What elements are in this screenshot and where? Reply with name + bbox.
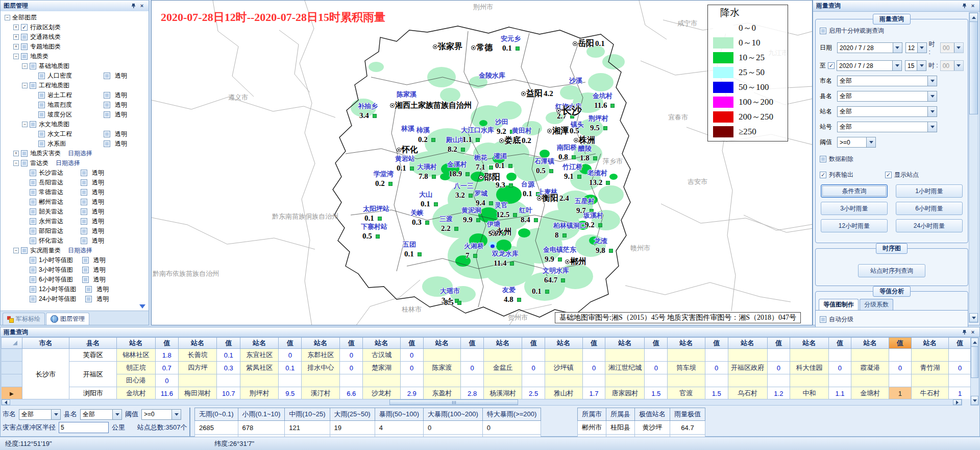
iso-tab-1[interactable]: 分级系数 <box>860 299 893 310</box>
table-row[interactable]: ▶浏阳市金坑村11.6梅田湖村10.7荆坪村9.5溪汀村6.6沙龙村2.9东盈村… <box>2 387 971 399</box>
transparent-checkbox[interactable] <box>81 189 87 196</box>
query-button-1[interactable]: 1小时雨量 <box>896 184 963 198</box>
cell-station-name[interactable]: 科大佳园 <box>790 362 828 374</box>
column-header-value[interactable]: 值 <box>340 338 363 349</box>
transparent-checkbox[interactable] <box>82 276 89 283</box>
layer-tree-item[interactable]: 常德雷达透明 <box>1 187 149 197</box>
cell-station-name[interactable]: 楚家湖 <box>363 362 401 374</box>
cell-station-value[interactable] <box>645 349 668 362</box>
cell-station-name[interactable]: 沙坪镇 <box>545 362 583 374</box>
cell-station-value[interactable]: 1.5 <box>705 387 728 399</box>
layer-checkbox[interactable] <box>30 238 36 244</box>
row-selector[interactable] <box>2 374 22 387</box>
cell-station-name[interactable]: 锦林社区 <box>117 349 155 362</box>
column-header-value[interactable]: 值 <box>522 338 545 349</box>
layer-tree-item[interactable]: 水系面透明 <box>1 139 149 149</box>
table-scroll-down[interactable] <box>971 396 978 405</box>
cell-station-value[interactable] <box>582 374 605 387</box>
cell-station-value[interactable]: 0.3 <box>217 362 240 374</box>
layer-checkbox[interactable] <box>21 24 28 31</box>
column-header-value[interactable]: 值 <box>645 338 668 349</box>
cell-station-value[interactable]: 0 <box>400 362 423 374</box>
cell-station-name[interactable] <box>728 349 767 362</box>
table-row[interactable]: 开福区朝正垸0.7四方坪0.3紫凤社区0.1排水中心0楚家湖0陈家渡0金盆丘0沙… <box>2 362 971 374</box>
station-timeseries-button[interactable]: 站点时序列查询 <box>858 264 925 277</box>
scroll-down-arrow[interactable] <box>969 313 978 322</box>
cell-station-value[interactable]: 11.6 <box>155 387 179 399</box>
cell-station-name[interactable] <box>363 374 401 387</box>
cell-station-value[interactable]: 10.7 <box>217 387 240 399</box>
transparent-checkbox[interactable] <box>104 92 110 99</box>
cell-station-name[interactable]: 乌石村 <box>728 387 767 399</box>
cell-station-name[interactable] <box>240 374 279 387</box>
cell-station-name[interactable] <box>483 374 522 387</box>
cell-station-value[interactable]: 2.9 <box>400 387 423 399</box>
cell-station-value[interactable] <box>949 374 971 387</box>
cell-station-name[interactable]: 长善垸 <box>179 349 217 362</box>
cell-station-name[interactable]: 陈家渡 <box>423 362 461 374</box>
cell-station-name[interactable]: 金盆丘 <box>483 362 522 374</box>
cell-station-value[interactable]: 0 <box>279 349 302 362</box>
layer-tree-item[interactable]: −雷达类日期选择 <box>1 158 149 168</box>
cell-station-value[interactable] <box>705 349 728 362</box>
column-header-value[interactable]: 值 <box>828 338 851 349</box>
cell-station-value[interactable] <box>767 349 790 362</box>
collapse-icon[interactable]: − <box>22 122 28 127</box>
tree-scroll-down-arrow[interactable] <box>139 304 145 309</box>
cell-station-name[interactable] <box>668 374 705 387</box>
layer-checkbox[interactable] <box>30 296 36 302</box>
city-combo[interactable]: 全部 <box>837 76 937 86</box>
layer-tree-item[interactable]: +地质灾害类日期选择 <box>1 149 149 158</box>
minute-from-combo[interactable]: 00 <box>940 42 964 53</box>
date-select-link[interactable]: 日期选择 <box>68 246 92 255</box>
column-header-value[interactable]: 值 <box>705 338 728 349</box>
column-header-value[interactable]: 值 <box>400 338 423 349</box>
column-header-station[interactable]: 站名 <box>117 338 155 349</box>
tab-military-plot[interactable]: 军标标绘 <box>3 313 45 325</box>
cell-station-name[interactable]: 金坑村 <box>117 387 155 399</box>
tab-layer-manager[interactable]: 图层管理 <box>46 313 89 325</box>
cell-station-name[interactable]: 朝正垸 <box>117 362 155 374</box>
layer-tree-item[interactable]: 24小时等值图透明 <box>1 294 149 304</box>
transparent-checkbox[interactable] <box>81 179 87 186</box>
expand-icon[interactable]: + <box>13 34 19 40</box>
cell-station-name[interactable]: 开福区政府 <box>728 362 767 374</box>
column-header-value[interactable]: 值 <box>582 338 605 349</box>
cell-station-value[interactable]: 1.5 <box>645 387 668 399</box>
cell-station-name[interactable]: 雅山村 <box>545 387 583 399</box>
collapse-icon[interactable]: − <box>13 248 19 253</box>
collapse-icon[interactable]: − <box>5 15 10 20</box>
column-header-value[interactable]: 值 <box>217 338 240 349</box>
cell-station-name[interactable] <box>423 374 461 387</box>
cell-station-value[interactable] <box>645 374 668 387</box>
transparent-checkbox[interactable] <box>82 257 89 264</box>
table-vscrollbar[interactable] <box>970 337 979 406</box>
layer-tree-item[interactable]: +行政区划类 <box>1 22 149 32</box>
layer-tree-item[interactable]: 6小时等值图透明 <box>1 275 149 285</box>
cell-station-name[interactable] <box>545 374 583 387</box>
layer-checkbox[interactable] <box>38 140 45 147</box>
close-icon[interactable]: × <box>969 328 976 336</box>
cell-station-name[interactable]: 杨溪湖村 <box>483 387 522 399</box>
cell-station-name[interactable]: 荆坪村 <box>240 387 279 399</box>
cell-station-value[interactable]: 0.1 <box>217 349 240 362</box>
cell-station-value[interactable]: 0 <box>461 362 484 374</box>
transparent-checkbox[interactable] <box>81 199 87 205</box>
cell-city[interactable]: 长沙市 <box>22 349 69 399</box>
cell-station-value[interactable]: 0 <box>949 362 971 374</box>
layer-checkbox[interactable] <box>38 73 45 79</box>
cell-station-name[interactable]: 东盈村 <box>423 387 461 399</box>
table-row[interactable]: 田心港0 <box>2 374 971 387</box>
row-selector[interactable] <box>2 349 22 362</box>
layer-tree-item[interactable]: 3小时等值图透明 <box>1 265 149 275</box>
layer-tree-item[interactable]: −基础地质图 <box>1 61 149 71</box>
transparent-checkbox[interactable] <box>81 218 87 225</box>
cell-station-value[interactable]: 0 <box>400 349 423 362</box>
layer-tree-item[interactable]: −全部图层 <box>1 13 149 22</box>
column-header-station[interactable]: 站名 <box>363 338 401 349</box>
cell-station-name[interactable]: 筒车坝 <box>668 362 705 374</box>
layer-checkbox[interactable] <box>21 34 28 40</box>
transparent-checkbox[interactable] <box>104 140 110 147</box>
buffer-radius-input[interactable]: 5 <box>59 422 109 433</box>
cell-station-name[interactable] <box>790 349 828 362</box>
